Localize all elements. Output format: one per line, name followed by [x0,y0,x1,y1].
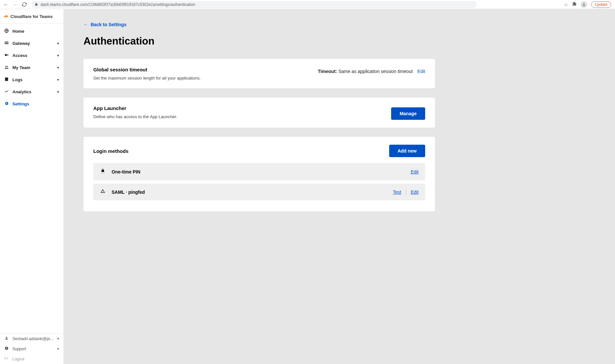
support-link[interactable]: ? Support ▼ [0,344,63,354]
sidebar-item-label: Gateway [12,41,30,46]
extensions-icon[interactable] [572,2,577,7]
back-link-label: Back to Settings [91,22,127,27]
timeout-value: Same as application session timeout [338,69,413,74]
login-method-row: SAML · pingfed Test Edit [93,184,425,200]
bookmark-star-icon[interactable]: ☆ [564,2,568,7]
product-name: Cloudflare for Teams [10,14,53,19]
svg-point-12 [102,173,103,173]
lock-icon [35,3,38,7]
chevron-down-icon: ▼ [57,42,60,45]
main-content: ← Back to Settings Authentication Global… [64,9,615,364]
test-login-method-link[interactable]: Test [393,190,401,195]
sidebar-item-myteam[interactable]: My Team ▼ [0,62,63,74]
logout-icon [4,356,9,361]
sidebar-item-label: Analytics [12,89,31,94]
login-method-name: SAML · pingfed [112,190,145,195]
back-arrow-icon[interactable]: ← [3,1,9,8]
team-icon [4,65,9,70]
globe-icon [4,28,9,34]
edit-login-method-link[interactable]: Edit [411,190,419,195]
sidebar-item-home[interactable]: Home [0,25,63,37]
action-divider [406,189,406,195]
login-method-name: One-time PIN [112,169,140,174]
svg-point-4 [5,54,7,56]
browser-update-button[interactable]: Update [591,1,611,8]
add-login-method-button[interactable]: Add new [389,145,425,157]
login-methods-card: Login methods Add new One-time PIN Edit [83,137,435,211]
chevron-down-icon: ▼ [57,337,60,340]
browser-toolbar: ← → dash.teams.cloudflare.com/21f8d803f3… [0,0,615,9]
sidebar: Cloudflare for Teams Home Gateway ▼ [0,9,64,364]
timeout-label: Timeout: [318,69,337,74]
reload-icon[interactable] [21,1,27,8]
help-icon: ? [4,346,9,351]
chevron-down-icon: ▼ [57,347,60,351]
svg-point-13 [103,173,103,173]
saml-icon [100,189,106,195]
edit-timeout-link[interactable]: Edit [417,69,425,74]
logout-link[interactable]: Logout [0,354,63,364]
svg-point-11 [101,173,102,173]
sidebar-item-analytics[interactable]: Analytics ▼ [0,86,63,98]
svg-point-6 [6,66,7,67]
svg-point-7 [7,66,8,67]
sidebar-footer: Seshadri.addanki@pr... ▼ ? Support ▼ Log… [0,333,63,364]
login-card-title: Login methods [93,148,129,154]
product-logo[interactable]: Cloudflare for Teams [0,9,63,24]
login-method-row: One-time PIN Edit [93,163,425,180]
user-icon [4,336,9,341]
gateway-icon [4,41,9,46]
logout-label: Logout [12,357,25,361]
forward-arrow-icon[interactable]: → [12,1,18,8]
timeout-display: Timeout: Same as application session tim… [318,69,413,74]
svg-text:?: ? [6,347,7,350]
sidebar-item-access[interactable]: Access ▼ [0,49,63,62]
session-card-description: Set the maximum session length for all y… [93,76,201,81]
pin-icon [100,168,106,175]
svg-point-14 [104,173,104,173]
sidebar-item-label: My Team [12,65,30,70]
session-card-title: Global session timeout [93,67,201,72]
svg-rect-2 [5,42,9,43]
gear-icon [4,101,9,107]
url-text: dash.teams.cloudflare.com/21f8d803f37a30… [41,2,195,7]
sidebar-item-label: Home [12,29,24,34]
access-icon [4,53,9,58]
logs-icon [4,77,9,82]
chevron-down-icon: ▼ [57,54,60,57]
chevron-down-icon: ▼ [57,66,60,69]
browser-profile-icon[interactable] [581,1,587,8]
user-menu[interactable]: Seshadri.addanki@pr... ▼ [0,334,63,344]
arrow-left-icon: ← [83,22,88,27]
edit-login-method-link[interactable]: Edit [411,169,419,174]
session-timeout-card: Global session timeout Set the maximum s… [83,59,435,88]
sidebar-item-label: Access [12,53,27,58]
svg-rect-3 [5,43,9,44]
url-bar[interactable]: dash.teams.cloudflare.com/21f8d803f37a30… [31,1,477,8]
sidebar-item-logs[interactable]: Logs ▼ [0,74,63,86]
sidebar-item-settings[interactable]: Settings [0,98,63,110]
sidebar-item-label: Logs [12,77,23,82]
app-launcher-card: App Launcher Define who has access to th… [83,98,435,128]
svg-rect-8 [5,78,8,81]
analytics-icon [4,89,9,95]
user-email: Seshadri.addanki@pr... [12,337,53,341]
chevron-down-icon: ▼ [57,90,60,94]
launcher-card-description: Define who has access to the App Launche… [93,114,177,119]
support-label: Support [12,347,26,351]
sidebar-item-label: Settings [12,101,29,106]
cloudflare-logo-icon [3,14,9,19]
back-to-settings-link[interactable]: ← Back to Settings [83,22,127,27]
sidebar-item-gateway[interactable]: Gateway ▼ [0,37,63,49]
page-title: Authentication [83,35,595,47]
manage-launcher-button[interactable]: Manage [391,107,425,120]
launcher-card-title: App Launcher [93,105,177,111]
chevron-down-icon: ▼ [57,78,60,82]
sidebar-nav: Home Gateway ▼ Access ▼ My Team [0,24,63,333]
svg-rect-5 [7,55,9,55]
